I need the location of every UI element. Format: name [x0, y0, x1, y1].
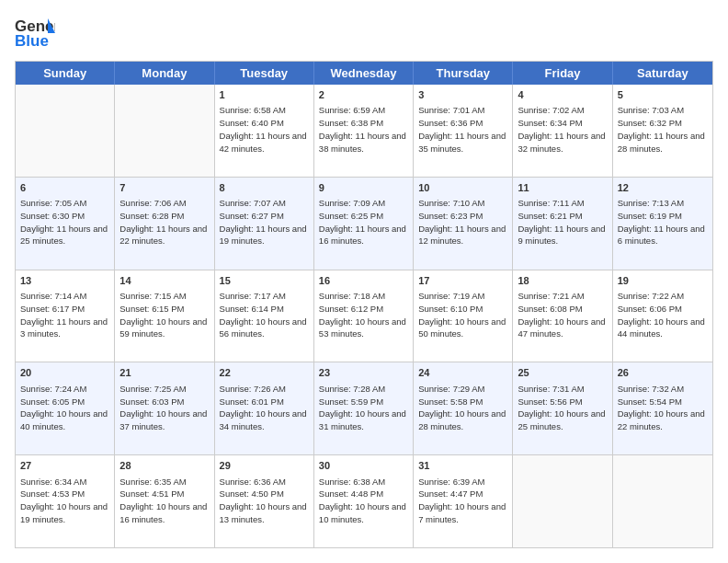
logo-icon: General Blue	[15, 15, 55, 52]
day-number: 18	[518, 274, 607, 288]
day-number: 27	[20, 459, 109, 473]
day-number: 12	[618, 181, 708, 195]
day-info: Sunrise: 7:19 AM Sunset: 6:10 PM Dayligh…	[418, 290, 507, 340]
day-number: 1	[220, 88, 309, 102]
day-number: 10	[418, 181, 507, 195]
svg-text:Blue: Blue	[15, 32, 49, 50]
day-cell-4: 4Sunrise: 7:02 AM Sunset: 6:34 PM Daylig…	[513, 85, 612, 177]
day-info: Sunrise: 7:25 AM Sunset: 6:03 PM Dayligh…	[119, 383, 209, 433]
day-cell-6: 6Sunrise: 7:05 AM Sunset: 6:30 PM Daylig…	[16, 178, 115, 270]
day-info: Sunrise: 7:26 AM Sunset: 6:01 PM Dayligh…	[220, 383, 309, 433]
day-number: 31	[418, 459, 507, 473]
day-cell-26: 26Sunrise: 7:32 AM Sunset: 5:54 PM Dayli…	[613, 362, 712, 454]
day-info: Sunrise: 7:07 AM Sunset: 6:27 PM Dayligh…	[220, 197, 309, 247]
day-number: 23	[319, 366, 408, 380]
calendar-body: 1Sunrise: 6:58 AM Sunset: 6:40 PM Daylig…	[16, 85, 712, 547]
day-cell-2: 2Sunrise: 6:59 AM Sunset: 6:38 PM Daylig…	[314, 85, 414, 177]
day-cell-18: 18Sunrise: 7:21 AM Sunset: 6:08 PM Dayli…	[513, 270, 612, 362]
day-number: 28	[119, 459, 209, 473]
day-info: Sunrise: 7:21 AM Sunset: 6:08 PM Dayligh…	[518, 290, 607, 340]
day-cell-7: 7Sunrise: 7:06 AM Sunset: 6:28 PM Daylig…	[115, 178, 214, 270]
empty-cell	[16, 85, 115, 177]
day-info: Sunrise: 7:15 AM Sunset: 6:15 PM Dayligh…	[119, 290, 209, 340]
day-info: Sunrise: 6:59 AM Sunset: 6:38 PM Dayligh…	[319, 104, 408, 155]
day-header-thursday: Thursday	[414, 62, 513, 85]
day-header-friday: Friday	[513, 62, 612, 85]
day-cell-31: 31Sunrise: 6:39 AM Sunset: 4:47 PM Dayli…	[414, 455, 513, 547]
day-cell-20: 20Sunrise: 7:24 AM Sunset: 6:05 PM Dayli…	[16, 362, 115, 454]
day-info: Sunrise: 7:02 AM Sunset: 6:34 PM Dayligh…	[518, 104, 607, 155]
day-cell-12: 12Sunrise: 7:13 AM Sunset: 6:19 PM Dayli…	[613, 178, 712, 270]
day-cell-22: 22Sunrise: 7:26 AM Sunset: 6:01 PM Dayli…	[215, 362, 314, 454]
day-info: Sunrise: 6:34 AM Sunset: 4:53 PM Dayligh…	[20, 476, 109, 526]
day-number: 8	[220, 181, 309, 195]
day-number: 19	[618, 274, 708, 288]
day-cell-27: 27Sunrise: 6:34 AM Sunset: 4:53 PM Dayli…	[16, 455, 115, 547]
logo: General Blue	[15, 15, 59, 52]
day-number: 26	[618, 366, 708, 380]
day-info: Sunrise: 7:05 AM Sunset: 6:30 PM Dayligh…	[20, 197, 109, 247]
day-number: 2	[319, 88, 408, 102]
day-cell-30: 30Sunrise: 6:38 AM Sunset: 4:48 PM Dayli…	[314, 455, 414, 547]
day-number: 13	[20, 274, 109, 288]
day-info: Sunrise: 7:01 AM Sunset: 6:36 PM Dayligh…	[418, 104, 507, 155]
day-header-sunday: Sunday	[16, 62, 115, 85]
day-number: 30	[319, 459, 408, 473]
day-number: 7	[119, 181, 209, 195]
day-number: 14	[119, 274, 209, 288]
day-cell-28: 28Sunrise: 6:35 AM Sunset: 4:51 PM Dayli…	[115, 455, 214, 547]
day-number: 5	[618, 88, 708, 102]
day-info: Sunrise: 6:36 AM Sunset: 4:50 PM Dayligh…	[220, 476, 309, 526]
day-cell-29: 29Sunrise: 6:36 AM Sunset: 4:50 PM Dayli…	[215, 455, 314, 547]
day-number: 24	[418, 366, 507, 380]
day-info: Sunrise: 7:31 AM Sunset: 5:56 PM Dayligh…	[518, 383, 607, 433]
day-info: Sunrise: 7:22 AM Sunset: 6:06 PM Dayligh…	[618, 290, 708, 340]
day-cell-11: 11Sunrise: 7:11 AM Sunset: 6:21 PM Dayli…	[513, 178, 612, 270]
day-info: Sunrise: 7:32 AM Sunset: 5:54 PM Dayligh…	[618, 383, 708, 433]
day-cell-3: 3Sunrise: 7:01 AM Sunset: 6:36 PM Daylig…	[414, 85, 513, 177]
day-info: Sunrise: 7:13 AM Sunset: 6:19 PM Dayligh…	[618, 197, 708, 247]
day-info: Sunrise: 7:09 AM Sunset: 6:25 PM Dayligh…	[319, 197, 408, 247]
week-row-4: 20Sunrise: 7:24 AM Sunset: 6:05 PM Dayli…	[16, 362, 712, 455]
day-info: Sunrise: 7:18 AM Sunset: 6:12 PM Dayligh…	[319, 290, 408, 340]
day-cell-1: 1Sunrise: 6:58 AM Sunset: 6:40 PM Daylig…	[215, 85, 314, 177]
week-row-1: 1Sunrise: 6:58 AM Sunset: 6:40 PM Daylig…	[16, 85, 712, 178]
day-cell-23: 23Sunrise: 7:28 AM Sunset: 5:59 PM Dayli…	[314, 362, 414, 454]
day-header-saturday: Saturday	[613, 62, 712, 85]
day-cell-10: 10Sunrise: 7:10 AM Sunset: 6:23 PM Dayli…	[414, 178, 513, 270]
day-cell-19: 19Sunrise: 7:22 AM Sunset: 6:06 PM Dayli…	[613, 270, 712, 362]
day-number: 17	[418, 274, 507, 288]
week-row-2: 6Sunrise: 7:05 AM Sunset: 6:30 PM Daylig…	[16, 178, 712, 270]
day-number: 3	[418, 88, 507, 102]
day-info: Sunrise: 6:39 AM Sunset: 4:47 PM Dayligh…	[418, 476, 507, 526]
day-cell-25: 25Sunrise: 7:31 AM Sunset: 5:56 PM Dayli…	[513, 362, 612, 454]
day-info: Sunrise: 6:38 AM Sunset: 4:48 PM Dayligh…	[319, 476, 408, 526]
day-info: Sunrise: 7:14 AM Sunset: 6:17 PM Dayligh…	[20, 290, 109, 340]
day-cell-9: 9Sunrise: 7:09 AM Sunset: 6:25 PM Daylig…	[314, 178, 414, 270]
day-cell-24: 24Sunrise: 7:29 AM Sunset: 5:58 PM Dayli…	[414, 362, 513, 454]
day-number: 16	[319, 274, 408, 288]
day-info: Sunrise: 6:58 AM Sunset: 6:40 PM Dayligh…	[220, 104, 309, 155]
calendar-header: SundayMondayTuesdayWednesdayThursdayFrid…	[16, 62, 712, 85]
day-number: 9	[319, 181, 408, 195]
day-cell-16: 16Sunrise: 7:18 AM Sunset: 6:12 PM Dayli…	[314, 270, 414, 362]
calendar: SundayMondayTuesdayWednesdayThursdayFrid…	[15, 61, 713, 548]
day-cell-17: 17Sunrise: 7:19 AM Sunset: 6:10 PM Dayli…	[414, 270, 513, 362]
week-row-5: 27Sunrise: 6:34 AM Sunset: 4:53 PM Dayli…	[16, 455, 712, 547]
day-info: Sunrise: 7:03 AM Sunset: 6:32 PM Dayligh…	[618, 104, 708, 155]
header: General Blue	[15, 15, 713, 52]
day-header-wednesday: Wednesday	[314, 62, 414, 85]
day-info: Sunrise: 7:29 AM Sunset: 5:58 PM Dayligh…	[418, 383, 507, 433]
day-number: 11	[518, 181, 607, 195]
day-info: Sunrise: 7:17 AM Sunset: 6:14 PM Dayligh…	[220, 290, 309, 340]
day-cell-5: 5Sunrise: 7:03 AM Sunset: 6:32 PM Daylig…	[613, 85, 712, 177]
empty-cell	[613, 455, 712, 547]
day-info: Sunrise: 7:06 AM Sunset: 6:28 PM Dayligh…	[119, 197, 209, 247]
day-info: Sunrise: 7:28 AM Sunset: 5:59 PM Dayligh…	[319, 383, 408, 433]
day-number: 4	[518, 88, 607, 102]
day-cell-21: 21Sunrise: 7:25 AM Sunset: 6:03 PM Dayli…	[115, 362, 214, 454]
page: General Blue SundayMondayTuesdayWednesda…	[0, 0, 728, 563]
week-row-3: 13Sunrise: 7:14 AM Sunset: 6:17 PM Dayli…	[16, 270, 712, 363]
day-info: Sunrise: 7:11 AM Sunset: 6:21 PM Dayligh…	[518, 197, 607, 247]
empty-cell	[513, 455, 612, 547]
